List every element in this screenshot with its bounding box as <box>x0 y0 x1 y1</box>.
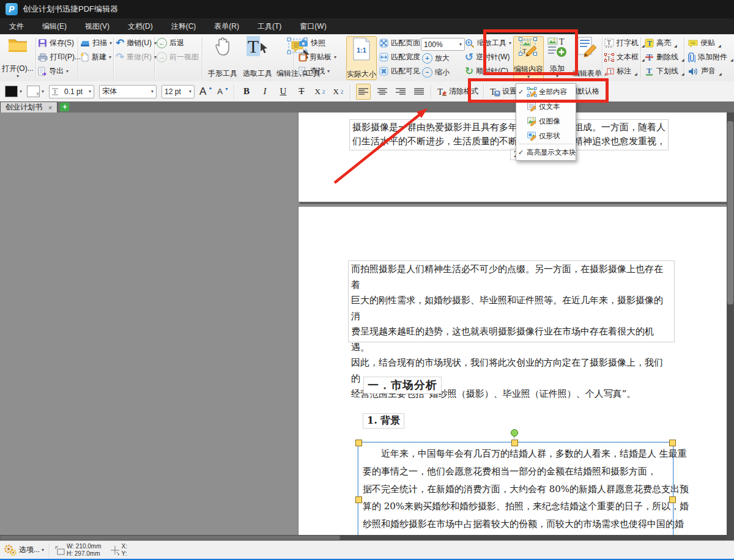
fit-visible-button[interactable]: 匹配可见 <box>378 64 421 78</box>
triangle-up-icon: ▲ <box>208 86 212 90</box>
zoom-out-button[interactable]: − 缩小 <box>421 65 465 79</box>
save-button[interactable]: 保存(S) <box>37 36 82 50</box>
superscript-button[interactable]: X2 <box>332 84 345 99</box>
options-button[interactable]: 选项... ▾ <box>4 544 44 556</box>
decrease-font-button[interactable]: A▼ <box>217 87 229 96</box>
bold-button[interactable]: B <box>240 84 253 99</box>
find-button[interactable]: 查找▾ <box>297 64 338 78</box>
typewriter-button[interactable]: T 打字机◢ <box>603 36 646 50</box>
fit-page-button[interactable]: 匹配页面 <box>378 36 421 50</box>
sticky-note-icon <box>688 39 698 48</box>
font-size-select[interactable]: 12 pt ▾ <box>161 85 195 98</box>
align-left-button[interactable] <box>356 84 371 100</box>
text-line: 算的 20%来购买婚纱和婚纱摄影、拍照，来纪念结婚这个重要的日子，所以，婚 <box>358 498 673 515</box>
italic-button[interactable]: I <box>258 84 272 99</box>
new-tab-button[interactable]: + <box>60 103 69 111</box>
submenu-corner-icon: ◢ <box>681 57 684 62</box>
text-line: 近年来，中国每年会有几百万的结婚人群，多数的人看来，结婚是人 生最重 <box>358 445 673 463</box>
menu-comment[interactable]: 注释(C) <box>162 18 206 34</box>
resize-handle-top-right[interactable] <box>669 440 676 446</box>
callout-icon: T <box>604 67 614 76</box>
zoom-in-button[interactable]: + 放大 <box>421 51 465 65</box>
check-icon: ✓ <box>518 149 525 157</box>
resize-handle-top-center[interactable] <box>511 440 518 446</box>
menu-window[interactable]: 窗口(W) <box>291 18 335 34</box>
rotate-handle[interactable] <box>511 429 518 437</box>
menu-edit[interactable]: 编辑(E) <box>33 18 76 34</box>
select-tool-button[interactable]: T 选取工具 <box>241 36 274 79</box>
increase-font-button[interactable]: A▲ <box>199 86 212 98</box>
stroke-color-picker[interactable]: x ▾ <box>27 86 44 97</box>
status-bar: 选项... ▾ W: 210.0mmH: 297.0mm X:Y: ◀ ◀ 3 … <box>0 540 734 560</box>
paragraph-block[interactable]: 而拍照摄影是人们精神生活必不可少的点缀。另一方面，在摄影摄像上也存在着 巨大的刚… <box>348 260 675 342</box>
undo-button[interactable]: ↶ 撤销(U)▾ <box>114 36 158 50</box>
align-center-button[interactable] <box>376 84 389 99</box>
resize-handle-top-left[interactable] <box>355 440 362 446</box>
format-toolbar: ▾ x ▾ 0.1 pt ▾ 宋体 ▾ 12 pt ▾ A▲ <box>0 81 734 102</box>
open-button[interactable]: 打开(O)... ▾ <box>1 36 34 79</box>
menu-item-images-only[interactable]: 仅图像 <box>516 114 576 128</box>
new-button[interactable]: 新建▾ <box>79 50 113 64</box>
vertical-scrollbar[interactable] <box>727 112 734 540</box>
fit-width-button[interactable]: 匹配宽度 <box>378 50 421 64</box>
menu-document[interactable]: 文档(D) <box>119 18 162 34</box>
resize-handle-mid-right[interactable] <box>669 496 676 503</box>
app-logo-icon: P <box>6 3 18 15</box>
font-family-select[interactable]: 宋体 ▾ <box>99 85 157 98</box>
menu-item-highlight-text-blocks[interactable]: ✓ 高亮显示文本块 <box>516 145 576 160</box>
redo-button[interactable]: ↷ 重做(R)▾ <box>114 50 158 64</box>
textbox-button[interactable]: T- 文本框◢ <box>603 50 646 64</box>
tab-close-icon[interactable]: × <box>48 104 52 111</box>
previous-view-button[interactable]: → 前一视图 <box>155 50 200 64</box>
selected-text-block[interactable]: 近年来，中国每年会有几百万的结婚人群，多数的人看来，结婚是人 生最重 要的事情之… <box>358 442 673 540</box>
align-left-icon <box>358 88 368 95</box>
resize-handle-mid-left[interactable] <box>355 496 362 503</box>
page-height-value: H: 297.0mm <box>67 550 102 558</box>
attachment-button[interactable]: 添加附件◢ <box>687 50 734 64</box>
menu-view[interactable]: 视图(V) <box>76 18 119 34</box>
strikeout-button[interactable]: T 删除线◢ <box>643 50 686 64</box>
underline-format-button[interactable]: U <box>276 84 290 99</box>
print-button[interactable]: 打印(P)... <box>37 50 82 64</box>
stroke-width-select[interactable]: 0.1 pt ▾ <box>49 85 94 98</box>
chevron-down-icon: ▾ <box>17 74 19 79</box>
sound-button[interactable]: 声音◢ <box>687 64 734 78</box>
scan-button[interactable]: 扫描▾ <box>79 36 113 50</box>
menu-file[interactable]: 文件 <box>0 18 33 34</box>
page-size-indicator: W: 210.0mmH: 297.0mm <box>55 543 102 558</box>
snapshot-button[interactable]: 快照 <box>297 36 338 50</box>
typewriter-icon: T <box>604 39 614 48</box>
menu-item-shapes-only[interactable]: 仅形状 <box>516 128 576 143</box>
text-block[interactable]: 摄影摄像是一群由热爱摄影并且具有多年群组成。一方面，随着人 们生活水平的不断进步… <box>349 119 669 150</box>
callout-button[interactable]: T 标注◢ <box>603 64 646 78</box>
hand-tool-button[interactable]: 手形工具 <box>206 36 240 79</box>
vertical-scrollbar-thumb[interactable] <box>727 121 733 304</box>
back-icon: ← <box>157 38 167 48</box>
fill-color-picker[interactable]: ▾ <box>5 86 22 97</box>
highlight-button[interactable]: T 高亮◢ <box>643 36 686 50</box>
document-tab[interactable]: 创业计划书 × <box>0 101 57 112</box>
sticky-note-button[interactable]: 便贴◢ <box>687 36 734 50</box>
back-button[interactable]: ← 后退 <box>155 36 200 50</box>
underline-button[interactable]: T 下划线◢ <box>643 64 686 78</box>
zoom-level-select[interactable]: 100%▾ <box>421 38 465 51</box>
subscript-button[interactable]: X2 <box>313 84 327 99</box>
strikethrough-format-button[interactable]: T <box>295 84 308 99</box>
zoom-group: 100%▾ + 放大 − 缩小 <box>421 36 465 79</box>
menu-tools[interactable]: 工具(T) <box>248 18 291 34</box>
align-right-button[interactable] <box>394 84 407 99</box>
horizontal-scrollbar[interactable] <box>0 535 727 540</box>
images-only-icon <box>527 116 537 127</box>
menu-form[interactable]: 表单(R) <box>205 18 248 34</box>
submenu-corner-icon: ◢ <box>719 72 722 76</box>
horizontal-scrollbar-thumb[interactable] <box>0 536 340 540</box>
heading-2[interactable]: 1. 背景 <box>363 413 404 429</box>
document-canvas[interactable]: 摄影摄像是一群由热爱摄影并且具有多年群组成。一方面，随着人 们生活水平的不断进步… <box>0 112 734 540</box>
export-button[interactable]: 导出 ▾ <box>37 64 82 78</box>
fill-color-swatch <box>5 86 18 97</box>
clipboard-button[interactable]: 剪贴板▾ <box>297 50 338 64</box>
heading-1[interactable]: 一．市场分析 <box>363 377 442 394</box>
actual-size-button[interactable]: 1:1 实际大小 <box>346 36 377 80</box>
tab-bar: 创业计划书 × + <box>0 101 734 112</box>
align-justify-button[interactable] <box>412 84 426 99</box>
